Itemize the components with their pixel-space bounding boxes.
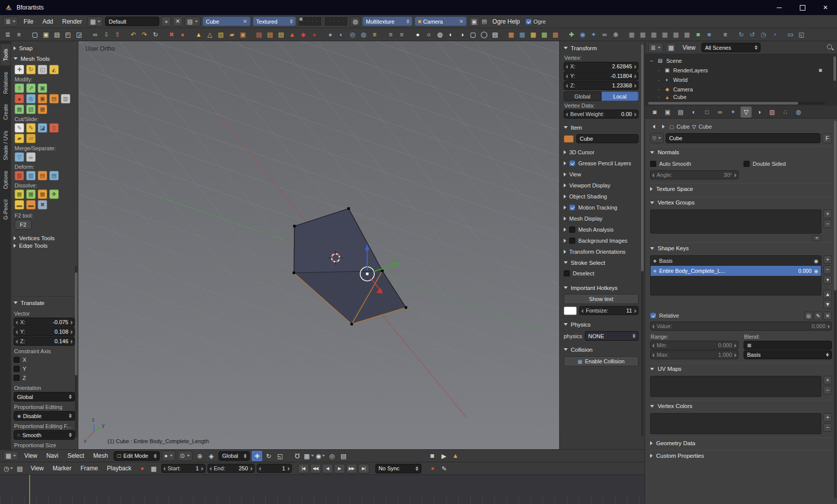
mesh-face-bottom[interactable] [294,271,406,324]
import-icon[interactable]: ⇩ [101,29,112,40]
add-lamp-icon[interactable]: ▲ [193,29,204,40]
browse-mesh-data-icon[interactable]: ▽ [650,133,664,143]
layer-toggle[interactable] [303,22,307,26]
shelf-tab-relations[interactable]: Relations [1,67,11,98]
lock-view-icon[interactable]: ◍ [358,29,369,40]
manipulator-scale-icon[interactable]: ◱ [275,451,285,461]
subdivide-icon[interactable]: ▦ [15,105,24,114]
remove-vertex-group-button[interactable]: − [823,220,832,228]
view-lock-icon[interactable]: ◈ [206,451,217,461]
vertex-colors-listbox[interactable] [650,413,821,434]
record-red-icon[interactable]: ● [309,29,320,40]
layer-toggle[interactable] [330,22,334,26]
npanel-section-grease-pencil-layers[interactable]: Grease Pencil Layers [564,158,639,169]
add-screen-layout-button[interactable]: + [161,17,171,26]
edge-collapse-icon[interactable]: ▬ [15,200,24,210]
frame-start-field[interactable]: Start: 1 [161,464,205,473]
layer-toggle[interactable] [303,17,307,21]
shear-icon[interactable]: ▤ [49,171,59,180]
display-grid-icon[interactable]: ▤ [490,29,500,40]
dissolve-faces-icon[interactable]: ▦ [38,189,47,199]
uv-maps-listbox[interactable] [650,376,821,397]
proportional-editing-icon[interactable]: ◉ [315,451,326,461]
npanel-section-mesh-display[interactable]: Mesh Display [564,213,639,224]
export-icon[interactable]: ⇧ [112,29,123,40]
uv-grid-orange-icon[interactable]: ▦ [506,29,516,40]
add-plane-icon[interactable]: ▰ [227,29,237,40]
menu-add[interactable]: Add [39,18,56,25]
grease-pencil-layers-checkbox[interactable] [569,160,575,166]
stripes-icon-1[interactable]: ▤ [254,29,264,40]
manipulator-rotate-icon[interactable]: ↻ [263,451,274,461]
mirror-tool-icon[interactable]: ◭ [49,65,59,74]
layer-grid-icon-3[interactable]: ▦ [649,29,659,40]
constraint-z-row[interactable]: Z [14,373,75,382]
uv-maps-panel-header[interactable]: UV Maps [650,363,832,374]
remove-vertex-color-button[interactable]: − [823,423,832,432]
vertices-tools-panel-header[interactable]: Vertices Tools [14,233,75,243]
f2-button[interactable]: F2 [15,220,32,230]
shape-keys-panel-header[interactable]: Shape Keys [650,242,832,254]
previous-keyframe-button[interactable]: ◀◀ [310,464,321,473]
green-square-icon[interactable]: ■ [693,29,703,40]
editor-type-3d-view-icon[interactable]: ▦ [3,451,19,461]
filter-toggle-icon[interactable] [813,235,821,241]
mode-dropdown[interactable]: ▢ Edit Mode [114,451,160,461]
smooth-vertex-icon[interactable]: ▥ [15,171,24,180]
rip-icon[interactable]: ▯ [49,123,59,133]
new-file-icon[interactable]: ▢ [30,29,40,40]
editor-type-info-icon[interactable]: ≣ [3,17,18,27]
shelf-tab-tools[interactable]: Tools [1,44,11,66]
falloff-dropdown[interactable]: ∩ Smooth [14,430,75,440]
layer-toggle[interactable] [308,22,312,26]
limited-dissolve-icon[interactable]: ❖ [49,189,59,199]
play-button[interactable]: ▶ [334,464,345,473]
mute-eye-icon[interactable]: ◉ [814,258,818,264]
geometry-data-panel-header[interactable]: Geometry Data [650,437,832,449]
orbit-gizmo-icon[interactable]: ⊕ [194,451,205,461]
deselect-checkbox[interactable] [564,270,570,276]
physics-tab[interactable]: ◍ [793,107,804,118]
display-sphere-icon[interactable]: ◯ [479,29,489,40]
scene-browse-icon[interactable]: ▤ [184,17,200,27]
npanel-section-3d-cursor[interactable]: 3D Cursor [564,147,639,158]
auto-smooth-row[interactable]: Auto Smooth [650,159,739,169]
shading-material-icon[interactable]: ◐ [446,29,456,40]
tool-icon[interactable]: ✦ [588,29,599,40]
matcap-icon[interactable]: ◍ [350,17,360,27]
vertex-x-field[interactable]: X: 2.62845 [564,62,639,71]
minimize-button[interactable] [768,0,791,15]
texture-tab[interactable]: ▨ [767,107,778,118]
screen-layout-field[interactable]: Default [105,17,159,26]
collision-panel-header[interactable]: Collision [564,344,639,355]
search-icon[interactable] [826,44,834,51]
orbit-view-icon[interactable]: ◐ [336,29,347,40]
outliner-scope-dropdown[interactable]: All Scenes [701,43,761,52]
layer-toggle[interactable] [343,22,347,26]
stripes-icon-2[interactable]: ▤ [265,29,275,40]
separator-menu-icon[interactable]: ≡ [385,29,396,40]
clear-shape-keys-icon[interactable]: ✕ [823,312,832,320]
pin-shape-key-icon[interactable]: ◎ [804,312,813,320]
menu-render[interactable]: Render [59,18,85,25]
remove-uv-map-button[interactable]: − [823,386,832,394]
world-tab[interactable]: ◐ [688,107,699,118]
blend-basis-dropdown[interactable]: Basis [744,350,832,359]
editor-type-outliner-icon[interactable]: ≣ [648,43,663,53]
knife-icon[interactable]: ✎ [15,123,24,133]
stroke-select-panel-header[interactable]: Stroke Select [564,257,639,268]
uv-grid-yellow-icon[interactable]: ▦ [528,29,539,40]
sync-dropdown[interactable]: No Sync [375,464,422,473]
timeline-playback-menu[interactable]: Playback [103,465,135,472]
range-min-slider[interactable]: Min: 0.000 [650,341,739,350]
delete-dissolve-icon[interactable]: ✖ [38,200,47,210]
render-result-icon[interactable]: ▣ [469,17,479,27]
play-reverse-button[interactable]: ◀ [322,464,333,473]
properties-scrollbar[interactable] [834,121,836,498]
collapse-icon[interactable]: − [649,58,654,64]
uv-grid-color-icon[interactable]: ▩ [539,29,550,40]
vector-z-field[interactable]: Z: 0.146 [14,337,75,346]
add-vertex-group-button[interactable]: + [823,210,832,218]
object-color-icon[interactable] [564,135,574,143]
camera-field[interactable]: ◙ Camera ✕ [414,17,467,26]
